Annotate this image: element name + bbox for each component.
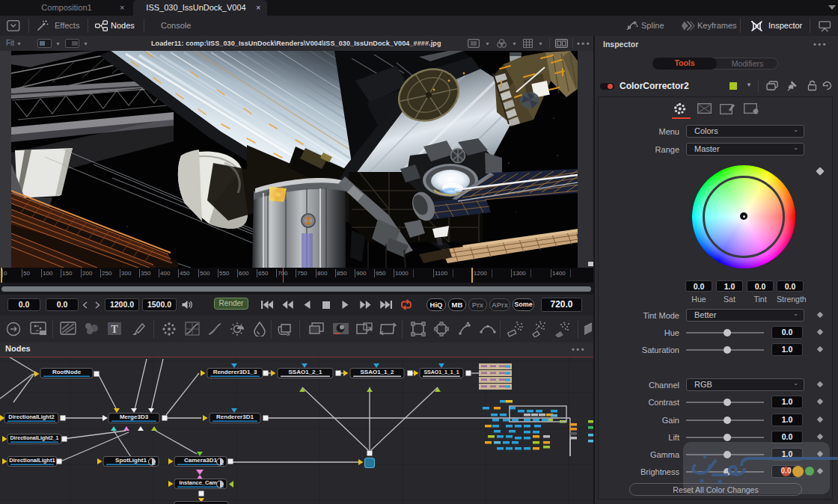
svg-text:RootNode: RootNode (52, 369, 82, 375)
svg-text:DirectionalLight2: DirectionalLight2 (8, 414, 54, 420)
svg-text:Renderer3D1: Renderer3D1 (216, 414, 254, 420)
svg-text:Instance_Cam...: Instance_Cam... (179, 479, 221, 486)
svg-text:SSAO1_1_2: SSAO1_1_2 (361, 369, 394, 375)
svg-text:Camera3D1: Camera3D1 (184, 457, 218, 464)
svg-text:SSAO1_2_1: SSAO1_2_1 (289, 369, 322, 375)
svg-text:SSAO1_1_1_1: SSAO1_1_1_1 (423, 369, 459, 375)
svg-text:SpotLight1: SpotLight1 (115, 457, 147, 464)
svg-text:T: T (111, 324, 118, 335)
svg-text:DirectionalLight1: DirectionalLight1 (9, 457, 55, 464)
svg-text:DirectionalLight2_1: DirectionalLight2_1 (10, 435, 59, 441)
svg-text:Merge3D3: Merge3D3 (120, 414, 149, 420)
svg-text:Renderer3D1_3: Renderer3D1_3 (213, 369, 257, 375)
